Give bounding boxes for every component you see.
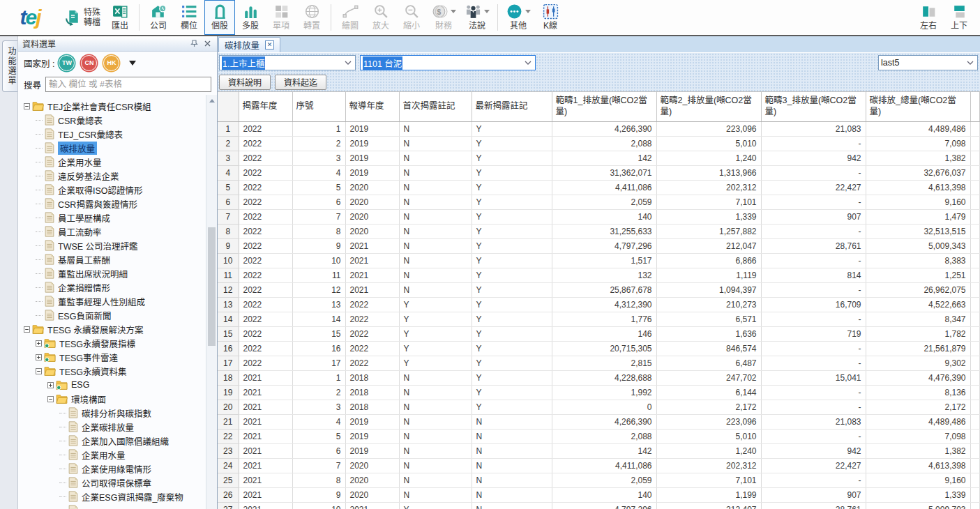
table-row[interactable]: 21202142019NN4,266,390223,09621,0834,489…: [218, 414, 980, 429]
table-row[interactable]: 23202162019NN1421,2409421,382: [218, 443, 980, 458]
close-icon[interactable]: [202, 38, 213, 50]
table-cell[interactable]: 2,172: [656, 400, 761, 414]
toolbar-button-split-tb[interactable]: 上下: [944, 0, 974, 35]
tree-item[interactable]: CSR揭露與簽證情形: [18, 197, 206, 211]
function-menu-vertical-tab[interactable]: 功能選單: [2, 40, 17, 92]
table-cell[interactable]: Y: [472, 121, 552, 136]
table-cell[interactable]: Y: [399, 502, 472, 509]
table-row[interactable]: 9202292021NY4,797,296212,04728,7615,009,…: [218, 238, 980, 253]
table-cell[interactable]: 26,962,075: [866, 282, 970, 297]
toolbar-button-doc-convert[interactable]: 特殊轉檔: [60, 0, 105, 35]
table-cell[interactable]: 1,240: [656, 151, 761, 165]
table-cell[interactable]: N: [399, 282, 472, 297]
tree-item[interactable]: 企業用水量: [18, 155, 206, 169]
tree-item[interactable]: TESG永續資料集: [18, 364, 206, 378]
tree-item[interactable]: 企業捐贈情形: [18, 280, 206, 294]
table-row[interactable]: 24202172020NN4,411,086202,31222,4274,613…: [218, 458, 980, 473]
row-number-cell[interactable]: 16: [218, 341, 239, 356]
table-cell[interactable]: 942: [761, 151, 866, 165]
table-cell[interactable]: N: [399, 487, 472, 502]
row-number-cell[interactable]: 13: [218, 297, 239, 312]
table-row[interactable]: 122022122021NY25,867,6781,094,397-26,962…: [218, 282, 980, 297]
column-header[interactable]: 揭露年度: [239, 92, 292, 121]
table-cell[interactable]: N: [399, 224, 472, 238]
table-row[interactable]: 20202132018NY02,172-2,172: [218, 400, 980, 414]
search-input[interactable]: [45, 77, 211, 92]
table-cell[interactable]: 2019: [345, 136, 399, 151]
table-cell[interactable]: 2020: [345, 195, 399, 209]
table-cell[interactable]: 11: [292, 268, 345, 282]
table-cell[interactable]: 2022: [239, 268, 292, 282]
table-cell[interactable]: N: [399, 414, 472, 429]
table-cell[interactable]: 15,041: [761, 370, 866, 385]
table-cell[interactable]: 4,312,390: [552, 297, 656, 312]
column-header[interactable]: 首次揭露註記: [399, 92, 472, 121]
table-cell[interactable]: 1: [292, 121, 345, 136]
table-cell[interactable]: 2021: [345, 253, 399, 268]
column-header[interactable]: 報導年度: [345, 92, 399, 121]
table-cell[interactable]: 2019: [345, 443, 399, 458]
toolbar-button-presentation[interactable]: 法說: [460, 0, 494, 35]
table-cell[interactable]: 2018: [345, 385, 399, 400]
table-cell[interactable]: 2022: [345, 356, 399, 370]
table-cell[interactable]: 212,407: [656, 502, 761, 509]
table-cell[interactable]: 9,160: [866, 473, 970, 487]
toolbar-button-more[interactable]: 其他: [502, 0, 535, 35]
tree-item[interactable]: TESG永續發展指標: [18, 336, 206, 350]
table-cell[interactable]: Y: [472, 151, 552, 165]
table-cell[interactable]: 22,427: [761, 180, 866, 195]
row-number-cell[interactable]: 14: [218, 312, 239, 326]
scroll-up-arrow-icon[interactable]: [206, 95, 217, 106]
table-cell[interactable]: 2022: [345, 297, 399, 312]
country-badge-cn[interactable]: CN: [81, 55, 97, 71]
table-cell[interactable]: 14: [292, 312, 345, 326]
table-cell[interactable]: 1,094,397: [656, 282, 761, 297]
table-cell[interactable]: 2,059: [552, 473, 656, 487]
table-row[interactable]: 1202212019NY4,266,390223,09621,0834,489,…: [218, 121, 980, 136]
table-cell[interactable]: N: [399, 473, 472, 487]
table-cell[interactable]: 202,312: [656, 180, 761, 195]
table-cell[interactable]: Y: [472, 326, 552, 341]
table-cell[interactable]: N: [399, 458, 472, 473]
tree-item[interactable]: [18, 503, 206, 509]
table-cell[interactable]: 22,427: [761, 458, 866, 473]
pin-icon[interactable]: [188, 38, 199, 50]
table-cell[interactable]: 2021: [239, 443, 292, 458]
row-number-header[interactable]: [218, 92, 239, 121]
table-cell[interactable]: 5,009,343: [866, 238, 970, 253]
table-cell[interactable]: 5,010: [656, 136, 761, 151]
collapse-icon[interactable]: [24, 103, 30, 109]
table-cell[interactable]: N: [399, 443, 472, 458]
table-cell[interactable]: 210,273: [656, 297, 761, 312]
table-cell[interactable]: 2021: [239, 502, 292, 509]
table-cell[interactable]: 2: [292, 385, 345, 400]
table-cell[interactable]: 247,702: [656, 370, 761, 385]
table-cell[interactable]: 2022: [239, 356, 292, 370]
row-number-cell[interactable]: 3: [218, 151, 239, 165]
table-cell[interactable]: 17: [292, 356, 345, 370]
table-cell[interactable]: 223,096: [656, 414, 761, 429]
table-cell[interactable]: N: [472, 443, 552, 458]
column-header[interactable]: 碳排放_總量(噸CO2當量): [866, 92, 970, 121]
table-cell[interactable]: 2,059: [552, 195, 656, 209]
table-cell[interactable]: 2020: [345, 180, 399, 195]
table-cell[interactable]: Y: [472, 268, 552, 282]
table-cell[interactable]: 2021: [345, 238, 399, 253]
table-cell[interactable]: 2022: [239, 326, 292, 341]
table-cell[interactable]: -: [761, 224, 866, 238]
table-cell[interactable]: Y: [399, 297, 472, 312]
table-cell[interactable]: 9,160: [866, 195, 970, 209]
table-cell[interactable]: N: [399, 429, 472, 443]
table-cell[interactable]: N: [399, 238, 472, 253]
table-row[interactable]: 7202272020NY1401,3399071,479: [218, 209, 980, 224]
table-cell[interactable]: 1,339: [866, 487, 970, 502]
table-cell[interactable]: 4,613,398: [866, 180, 970, 195]
toolbar-button-split-lr[interactable]: 記: [974, 0, 980, 35]
row-number-cell[interactable]: 4: [218, 165, 239, 180]
table-cell[interactable]: N: [399, 400, 472, 414]
table-cell[interactable]: 7,098: [866, 429, 970, 443]
table-cell[interactable]: 20,715,305: [552, 341, 656, 356]
expand-icon[interactable]: [36, 354, 42, 360]
table-cell[interactable]: -: [761, 429, 866, 443]
table-cell[interactable]: 2022: [239, 238, 292, 253]
